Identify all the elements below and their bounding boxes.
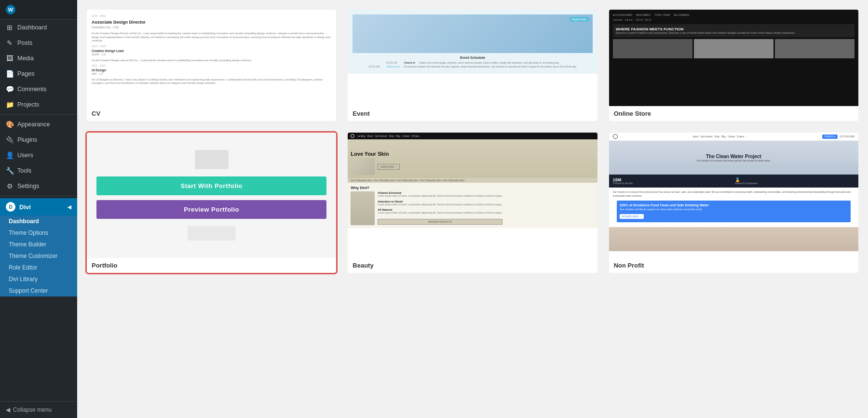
settings-icon: ⚙: [6, 182, 14, 190]
beauty-product-image: [351, 191, 375, 225]
tools-icon: 🔧: [6, 167, 14, 175]
beauty-hero-btn[interactable]: SHOP NOW →: [378, 164, 400, 170]
beauty-label: Beauty: [348, 258, 597, 273]
projects-icon: 📁: [6, 101, 14, 108]
np-body-text: Our mission is to ensure that every pers…: [609, 188, 858, 201]
divi-submenu-item-theme-builder[interactable]: Theme Builder: [0, 239, 77, 250]
collapse-label: Collapse menu: [13, 406, 52, 413]
np-nav-links: AboutGet InvolvedShopBlogContact$ Items …: [692, 135, 747, 138]
sidebar: W ⊞ Dashboard ✎ Posts 🖼 Media 📄 Pages 💬 …: [0, 0, 77, 418]
comments-icon: 💬: [6, 85, 14, 93]
np-hero-title: The Clean Water Project: [706, 154, 761, 159]
event-thumbnail: Register Now Event Schedule 10:00 AM Che…: [348, 10, 597, 106]
posts-icon: ✎: [6, 39, 14, 47]
sidebar-item-projects[interactable]: 📁 Projects: [0, 97, 77, 112]
users-icon: 👤: [6, 151, 14, 159]
start-with-portfolio-button[interactable]: Start With Portfolio: [96, 176, 326, 195]
sidebar-item-divi[interactable]: D Divi ◀: [0, 198, 77, 216]
media-icon: 🖼: [6, 54, 14, 62]
divi-submenu-label: Theme Builder: [9, 241, 46, 248]
portfolio-preview-content: Start With Portfolio Preview Portfolio: [87, 133, 336, 258]
np-nav: AboutGet InvolvedShopBlogContact$ Items …: [609, 133, 858, 141]
appearance-icon: 🎨: [6, 121, 14, 128]
beauty-features-list: Vitamin Enriched Lorem ipsum dolor sit a…: [378, 191, 502, 225]
divi-submenu-label: Theme Options: [9, 229, 48, 236]
event-hero-btn: Register Now: [570, 17, 589, 22]
wp-icon: W: [6, 5, 15, 14]
template-card-event[interactable]: Register Now Event Schedule 10:00 AM Che…: [348, 10, 597, 121]
np-donation-title: 100% of Donations Fund Clean and Safe Dr…: [620, 203, 848, 207]
np-stat-1: 15M $ Raised for the Sea: [613, 177, 732, 185]
divi-submenu-label: Role Editor: [9, 264, 37, 271]
divi-collapse-icon: ◀: [68, 204, 71, 210]
np-stats-section: 15M $ Raised for the Sea 🏅 Research & Ex…: [609, 175, 858, 188]
sidebar-item-label: Posts: [17, 40, 32, 46]
np-donation-text: Your donation will directly support our …: [620, 208, 848, 211]
beauty-nav-links: LandingAboutGet InvolvedShopBlogContact$…: [357, 135, 422, 137]
main-content: 2016 - 2021 Associate Design Director In…: [77, 0, 868, 418]
divi-submenu-label: Divi Library: [9, 276, 38, 283]
np-nav-logo: [613, 134, 618, 139]
sidebar-item-label: Pages: [17, 70, 34, 77]
template-card-beauty[interactable]: LandingAboutGet InvolvedShopBlogContact$…: [348, 133, 597, 273]
non-profit-label: Non Profit: [609, 258, 858, 273]
template-card-portfolio[interactable]: Start With Portfolio Preview Portfolio P…: [87, 133, 336, 273]
divi-icon: D: [6, 202, 15, 212]
divi-submenu: Dashboard Theme Options Theme Builder Th…: [0, 216, 77, 297]
sidebar-item-media[interactable]: 🖼 Media: [0, 51, 77, 66]
store-preview-content: ELLA FAHLGRENMIAH ABBEYTOTAL ITEMSBLU EN…: [609, 10, 858, 106]
template-grid: 2016 - 2021 Associate Design Director In…: [87, 10, 858, 273]
portfolio-thumbnail: Start With Portfolio Preview Portfolio: [87, 133, 336, 258]
portfolio-label: Portfolio: [87, 258, 336, 273]
nonprofit-preview-content: AboutGet InvolvedShopBlogContact$ Items …: [609, 133, 858, 258]
sidebar-item-users[interactable]: 👤 Users: [0, 148, 77, 163]
divi-submenu-item-theme-customizer[interactable]: Theme Customizer: [0, 250, 77, 262]
dashboard-icon: ⊞: [6, 24, 14, 31]
collapse-menu-button[interactable]: ◀ Collapse menu: [0, 401, 77, 418]
divi-submenu-item-support-center[interactable]: Support Center: [0, 285, 77, 297]
preview-portfolio-button[interactable]: Preview Portfolio: [96, 200, 326, 219]
np-stat-2-number: 🏅: [735, 177, 854, 182]
store-label: Online Store: [609, 106, 858, 121]
collapse-icon: ◀: [6, 406, 10, 413]
sidebar-item-comments[interactable]: 💬 Comments: [0, 81, 77, 97]
beauty-ticker: Get A Beautiful skin • Get A Beautiful s…: [348, 178, 597, 183]
beauty-nav-logo: [351, 134, 354, 138]
sidebar-item-appearance[interactable]: 🎨 Appearance: [0, 117, 77, 132]
sidebar-item-label: Users: [17, 152, 33, 159]
sidebar-item-posts[interactable]: ✎ Posts: [0, 35, 77, 51]
template-card-cv[interactable]: 2016 - 2021 Associate Design Director In…: [87, 10, 336, 121]
template-card-non-profit[interactable]: AboutGet InvolvedShopBlogContact$ Items …: [609, 133, 858, 273]
sidebar-item-label: Dashboard: [17, 24, 47, 31]
np-donate-btn[interactable]: DONATE NOW →: [620, 214, 644, 219]
divi-submenu-item-theme-options[interactable]: Theme Options: [0, 227, 77, 239]
plugins-icon: 🔌: [6, 136, 14, 144]
sidebar-item-pages[interactable]: 📄 Pages: [0, 66, 77, 81]
sidebar-item-plugins[interactable]: 🔌 Plugins: [0, 132, 77, 148]
sidebar-item-dashboard[interactable]: ⊞ Dashboard: [0, 20, 77, 35]
sidebar-item-tools[interactable]: 🔧 Tools: [0, 163, 77, 178]
sidebar-item-settings[interactable]: ⚙ Settings: [0, 178, 77, 194]
divi-submenu-item-dashboard[interactable]: Dashboard: [0, 216, 77, 227]
sidebar-item-label: Projects: [17, 101, 39, 108]
beauty-review-btn[interactable]: REVIEW PRODUCTS: [378, 219, 502, 225]
np-donate-nav-btn[interactable]: DONATE ♥: [822, 135, 838, 139]
sidebar-item-label: Settings: [17, 183, 39, 189]
np-stat-1-label: $ Raised for the Sea: [613, 182, 732, 185]
wordpress-logo: W: [0, 0, 77, 20]
np-hero-sub: Our mission is to ensure that every pers…: [696, 159, 771, 162]
beauty-why-title: Why Divi?: [351, 186, 594, 190]
cv-thumbnail: 2016 - 2021 Associate Design Director In…: [87, 10, 336, 106]
template-card-online-store[interactable]: ELLA FAHLGRENMIAH ABBEYTOTAL ITEMSBLU EN…: [609, 10, 858, 121]
divi-submenu-item-role-editor[interactable]: Role Editor: [0, 262, 77, 273]
cv-preview-content: 2016 - 2021 Associate Design Director In…: [87, 10, 336, 90]
np-hands-image: [609, 227, 858, 251]
event-schedule-label: Event Schedule: [460, 56, 485, 59]
event-preview-content: Register Now Event Schedule 10:00 AM Che…: [348, 10, 597, 74]
nonprofit-thumbnail: AboutGet InvolvedShopBlogContact$ Items …: [609, 133, 858, 258]
np-stat-2-label: Research & Exploration: [735, 182, 854, 185]
np-contact-num: (217) 555-0008: [840, 135, 854, 138]
divi-label: Divi: [19, 203, 31, 211]
divi-submenu-item-divi-library[interactable]: Divi Library: [0, 273, 77, 285]
cv-label: CV: [87, 106, 336, 121]
